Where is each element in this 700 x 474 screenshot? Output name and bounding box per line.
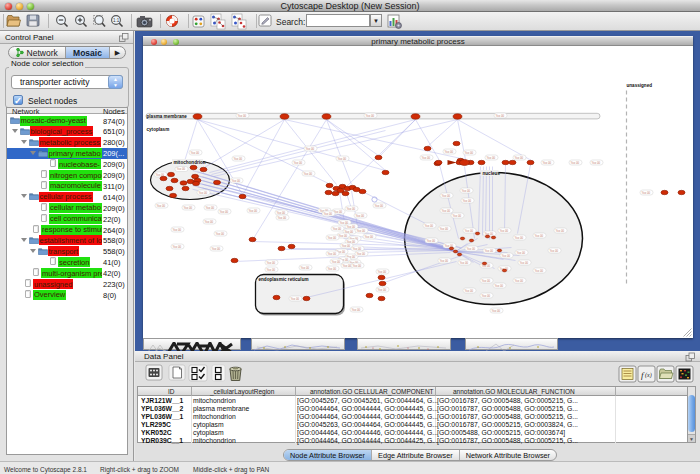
svg-text:Yxx 00: Yxx 00 [517, 251, 526, 255]
svg-text:Yxx 00: Yxx 00 [347, 207, 356, 211]
svg-text:Yxx 00: Yxx 00 [515, 236, 524, 240]
svg-text:Yxx 00: Yxx 00 [375, 204, 384, 208]
svg-text:Yxx 00: Yxx 00 [440, 227, 449, 231]
svg-text:Yxx 00: Yxx 00 [332, 260, 341, 264]
svg-text:Yxx 00: Yxx 00 [324, 212, 333, 216]
svg-text:Yxx 00: Yxx 00 [232, 179, 241, 183]
svg-text:Yxx 00: Yxx 00 [442, 194, 451, 198]
svg-text:Yxx 00: Yxx 00 [440, 259, 449, 263]
svg-text:nucleus: nucleus [483, 171, 501, 176]
svg-text:Yxx 00: Yxx 00 [267, 261, 276, 265]
svg-text:(x): (x) [645, 372, 652, 379]
svg-text:Yxx 00: Yxx 00 [339, 234, 348, 238]
svg-text:cytoplasm: cytoplasm [147, 127, 170, 132]
svg-text:Yxx 00: Yxx 00 [173, 245, 182, 249]
svg-text:Yxx 00: Yxx 00 [378, 270, 387, 274]
svg-text:Yxx 00: Yxx 00 [333, 227, 342, 231]
svg-text:Yxx 00: Yxx 00 [352, 308, 361, 312]
svg-text:Yxx 00: Yxx 00 [500, 229, 509, 233]
svg-text:Yxx 00: Yxx 00 [365, 235, 374, 239]
svg-text:Yxx 00: Yxx 00 [206, 206, 215, 210]
svg-text:Yxx 00: Yxx 00 [465, 151, 474, 155]
svg-text:Yxx 00: Yxx 00 [342, 244, 351, 248]
svg-text:Yxx 00: Yxx 00 [353, 264, 362, 268]
svg-text:Yxx 00: Yxx 00 [556, 229, 565, 233]
svg-text:Yxx 00: Yxx 00 [205, 220, 214, 224]
svg-text:Yxx 00: Yxx 00 [234, 157, 243, 161]
svg-text:Yxx 00: Yxx 00 [157, 204, 166, 208]
svg-text:Yxx 00: Yxx 00 [357, 252, 366, 256]
svg-text:Yxx 00: Yxx 00 [357, 229, 366, 233]
svg-text:1:1: 1:1 [113, 18, 120, 23]
svg-text:unassigned: unassigned [627, 83, 653, 88]
svg-text:Yxx 00: Yxx 00 [306, 147, 315, 151]
svg-text:Yxx 00: Yxx 00 [338, 157, 347, 161]
svg-text:Yxx 00: Yxx 00 [304, 172, 313, 176]
svg-text:Yxx 00: Yxx 00 [238, 114, 247, 118]
svg-text:Yxx 00: Yxx 00 [445, 150, 454, 154]
svg-text:Yxx 00: Yxx 00 [343, 264, 352, 268]
svg-text:Yxx 00: Yxx 00 [212, 247, 221, 251]
svg-text:Yxx 00: Yxx 00 [347, 225, 356, 229]
svg-text:Yxx 00: Yxx 00 [571, 161, 580, 165]
svg-text:Yxx 00: Yxx 00 [427, 239, 436, 243]
svg-text:Yxx 00: Yxx 00 [515, 279, 524, 283]
svg-text:Yxx 00: Yxx 00 [502, 254, 511, 258]
svg-text:Yxx 00: Yxx 00 [177, 167, 186, 171]
svg-text:Yxx 00: Yxx 00 [642, 191, 651, 195]
svg-text:Yxx 00: Yxx 00 [535, 269, 544, 273]
svg-text:Yxx 00: Yxx 00 [278, 216, 287, 220]
svg-text:Yxx 00: Yxx 00 [277, 211, 286, 215]
svg-text:Yxx 00: Yxx 00 [453, 214, 462, 218]
svg-text:Yxx 00: Yxx 00 [492, 309, 501, 313]
svg-text:Yxx 00: Yxx 00 [485, 249, 494, 253]
svg-text:Yxx 00: Yxx 00 [442, 209, 451, 213]
svg-text:Yxx 00: Yxx 00 [496, 114, 505, 118]
svg-text:Yxx 00: Yxx 00 [465, 289, 474, 293]
svg-text:Yxx 00: Yxx 00 [328, 252, 337, 256]
svg-text:Yxx 00: Yxx 00 [487, 156, 496, 160]
svg-text:Yxx 00: Yxx 00 [515, 156, 524, 160]
svg-text:Yxx 00: Yxx 00 [353, 247, 362, 251]
svg-text:Yxx 00: Yxx 00 [267, 268, 276, 272]
svg-text:Yxx 00: Yxx 00 [550, 249, 559, 253]
svg-text:Yxx 00: Yxx 00 [378, 288, 387, 292]
svg-text:Yxx 00: Yxx 00 [328, 236, 337, 240]
svg-text:Yxx 00: Yxx 00 [543, 161, 552, 165]
svg-text:Yxx 00: Yxx 00 [535, 234, 544, 238]
svg-text:Yxx 00: Yxx 00 [220, 210, 229, 214]
svg-text:Yxx 00: Yxx 00 [356, 214, 365, 218]
svg-text:Yxx 00: Yxx 00 [173, 228, 182, 232]
svg-text:Yxx 00: Yxx 00 [482, 294, 491, 298]
svg-text:Yxx 00: Yxx 00 [191, 151, 200, 155]
svg-text:Yxx 00: Yxx 00 [184, 206, 193, 210]
svg-text:Yxx 00: Yxx 00 [463, 199, 472, 203]
svg-text:Yxx 00: Yxx 00 [216, 232, 225, 236]
svg-text:Yxx 00: Yxx 00 [199, 191, 208, 195]
svg-text:Yxx 00: Yxx 00 [465, 229, 474, 233]
svg-text:Yxx 00: Yxx 00 [482, 279, 491, 283]
svg-text:Yxx 00: Yxx 00 [328, 267, 337, 271]
svg-text:Yxx 00: Yxx 00 [520, 261, 529, 265]
svg-text:Yxx 00: Yxx 00 [301, 266, 310, 270]
svg-text:Yxx 00: Yxx 00 [291, 297, 300, 301]
svg-text:Yxx 00: Yxx 00 [495, 284, 504, 288]
svg-text:Yxx 00: Yxx 00 [467, 247, 476, 251]
svg-text:Yxx 00: Yxx 00 [294, 161, 303, 165]
svg-text:Yxx 00: Yxx 00 [462, 189, 471, 193]
svg-text:Yxx 00: Yxx 00 [366, 114, 375, 118]
svg-text:Yxx 00: Yxx 00 [460, 261, 469, 265]
svg-text:endoplasmic reticulum: endoplasmic reticulum [259, 277, 309, 282]
svg-text:mitochondrion: mitochondrion [174, 160, 206, 165]
svg-text:Yxx 00: Yxx 00 [249, 209, 258, 213]
svg-text:Yxx 00: Yxx 00 [422, 156, 431, 160]
svg-text:Yxx 00: Yxx 00 [592, 161, 601, 165]
svg-text:Yxx 00: Yxx 00 [425, 224, 434, 228]
svg-text:plasma membrane: plasma membrane [147, 114, 188, 119]
